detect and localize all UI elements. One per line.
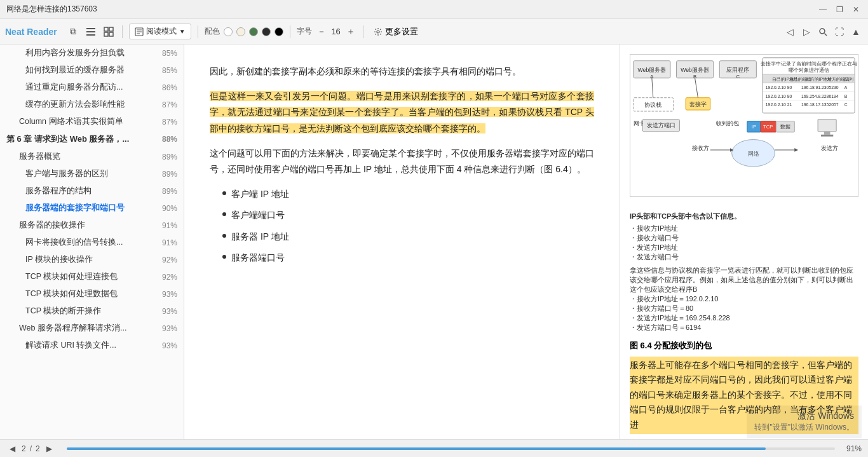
toc-item-6.1[interactable]: 服务器概览89%	[0, 148, 184, 165]
color-option-green[interactable]	[249, 27, 258, 36]
toc-pct-6.1.1: 89%	[162, 170, 177, 179]
toc-pct-6.1.3: 90%	[162, 204, 177, 213]
svg-text:80: 80	[787, 94, 792, 99]
toc-item-ch6[interactable]: 第 6 章 请求到达 Web 服务器，...88%	[0, 130, 184, 148]
windows-activation: 激活 Windows 转到"设置"以激活 Windows。	[747, 406, 862, 438]
toc-item-5.5.3[interactable]: 通过重定向服务器分配访...86%	[0, 79, 184, 96]
toc-item-6.2.2[interactable]: IP 模块的接收操作92%	[0, 251, 184, 268]
separator-4	[363, 25, 363, 38]
restore-button[interactable]: ❐	[834, 4, 845, 15]
svg-point-12	[820, 29, 825, 34]
toc-item-5.5.1[interactable]: 利用内容分发服务分担负载85%	[0, 44, 184, 62]
toc-item-6.1.1[interactable]: 客户端与服务器的区别89%	[0, 165, 184, 182]
titlebar: 网络是怎样连接的1357603 — ❐ ✕	[0, 0, 868, 19]
toc-item-6.2.5[interactable]: TCP 模块的断开操作93%	[0, 303, 184, 320]
toc-item-6.1.2[interactable]: 服务器程序的结构89%	[0, 182, 184, 200]
bullet-dot-1	[222, 191, 226, 195]
list-icon[interactable]	[84, 25, 98, 39]
svg-line-13	[825, 33, 827, 36]
bullet-1: 客户端 IP 地址	[231, 186, 289, 202]
search-icon[interactable]	[816, 25, 830, 39]
main-area: 利用内容分发服务分担负载85%如何找到最近的缓存服务器85%通过重定向服务器分配…	[0, 44, 868, 457]
color-option-black[interactable]	[275, 27, 283, 36]
page-sep: /	[30, 444, 32, 453]
svg-rect-71	[821, 135, 833, 137]
page-navigation: ◀ 2 / 2 ▶	[6, 443, 55, 454]
toc-item-5.5.2[interactable]: 如何找到最近的缓存服务器85%	[0, 62, 184, 79]
toc-pct-5.5.2: 85%	[162, 66, 177, 75]
progress-percent: 91%	[846, 444, 862, 453]
reading-mode-button[interactable]: 阅读模式 ▼	[129, 24, 191, 39]
prev-page-button[interactable]: ◀	[6, 443, 18, 454]
color-option-cream[interactable]	[236, 27, 245, 36]
collapse-icon[interactable]: ▲	[849, 25, 863, 39]
toc-pct-5.5.4: 87%	[162, 100, 177, 109]
svg-text:5230: 5230	[829, 85, 839, 90]
bullet-list: 客户端 IP 地址 客户端端口号 服务器 IP 地址 服务器端口号	[222, 186, 594, 266]
paragraph-2: 但是这样一来又会引发另一个问题。端口号是用来识别套接字的，如果一个端口号对应多个…	[210, 88, 594, 137]
toc-item-6.1.3[interactable]: 服务器端的套接字和端口号90%	[0, 200, 184, 217]
svg-text:应用程序: 应用程序	[726, 67, 749, 73]
svg-rect-69	[818, 119, 836, 132]
toc-item-6.3[interactable]: Web 服务器程序解释请求消...93%	[0, 320, 184, 337]
svg-text:196.18.91.230: 196.18.91.230	[801, 85, 829, 90]
toc-pct-6.2: 91%	[162, 221, 177, 230]
settings-button[interactable]: 更多设置	[370, 24, 422, 39]
toc-label-6.2.1: 网卡将接收到的信号转换...	[25, 237, 157, 248]
titlebar-title: 网络是怎样连接的1357603	[6, 4, 97, 15]
minimize-button[interactable]: —	[817, 4, 829, 15]
svg-text:192.0.2.10: 192.0.2.10	[766, 94, 786, 99]
settings-label: 更多设置	[385, 26, 418, 38]
svg-text:哪个对象进行通信: 哪个对象进行通信	[789, 67, 829, 73]
color-option-white[interactable]	[224, 27, 233, 36]
activate-line2: 转到"设置"以激活 Windows。	[754, 422, 854, 433]
grid-icon[interactable]	[102, 25, 116, 39]
nav-left-icon[interactable]: ◁	[783, 25, 797, 39]
svg-text:196.18.17.135: 196.18.17.135	[801, 102, 829, 107]
svg-text:C: C	[736, 74, 740, 79]
svg-text:2057: 2057	[829, 102, 839, 107]
next-page-button[interactable]: ▶	[44, 443, 55, 454]
diagram-top: Web服务器 A Web服务器 B 应用程序 C 套接字中记录了当前时间点哪个程…	[630, 54, 858, 199]
svg-text:发送方端口: 发送方端口	[647, 122, 675, 128]
svg-text:IP: IP	[752, 124, 756, 130]
titlebar-controls: — ❐ ✕	[817, 4, 862, 15]
fullscreen-icon[interactable]: ⛶	[832, 25, 846, 39]
toc-label-6.2.5: TCP 模块的断开操作	[25, 306, 157, 317]
toc-item-6.2[interactable]: 服务器的接收操作91%	[0, 217, 184, 234]
toc-item-6.2.3[interactable]: TCP 模块如何处理连接包92%	[0, 268, 184, 285]
app-title: Neat Reader	[5, 27, 57, 37]
font-size-control: － 16 ＋	[316, 26, 356, 38]
toc-item-col[interactable]: Column 网络术语其实很简单87%	[0, 113, 184, 130]
toc-item-6.3.1[interactable]: 解读请求 URI 转换文件...93%	[0, 337, 184, 354]
activate-line1: 激活 Windows	[754, 411, 854, 422]
svg-rect-0	[86, 28, 95, 29]
font-size-increase[interactable]: ＋	[345, 26, 356, 38]
nav-right-icon[interactable]: ▷	[799, 25, 813, 39]
toolbar: Neat Reader ⧉ 阅读模式 ▼ 配色 字号 － 16 ＋ 更多设置 ◁…	[0, 19, 868, 44]
toc-item-6.2.4[interactable]: TCP 模块如何处理数据包93%	[0, 285, 184, 303]
toc-item-6.2.1[interactable]: 网卡将接收到的信号转换...91%	[0, 234, 184, 251]
bullet-4: 服务器端口号	[231, 250, 285, 266]
toc-pct-6.2.4: 93%	[162, 290, 177, 299]
svg-point-11	[377, 31, 379, 33]
toc-pct-6.2.1: 91%	[162, 238, 177, 247]
close-button[interactable]: ✕	[850, 4, 862, 15]
font-size-decrease[interactable]: －	[316, 26, 327, 38]
svg-rect-1	[86, 31, 95, 32]
toc-label-ch6: 第 6 章 请求到达 Web 服务器，...	[6, 133, 157, 145]
fig-caption: 图 6.4 分配接收到的包	[630, 340, 858, 351]
toc-label-6.2.3: TCP 模块如何处理连接包	[25, 271, 157, 282]
paragraph-3: 这个问题可以用下面的方法来解决，即要确定某个套接字时，不仅使用服务器端套接字对应…	[210, 146, 594, 177]
svg-rect-70	[824, 132, 831, 135]
toc-item-5.5.4[interactable]: 缓存的更新方法会影响性能87%	[0, 96, 184, 113]
toc-label-6.2.4: TCP 模块如何处理数据包	[25, 289, 157, 299]
bullet-dot-2	[222, 212, 226, 216]
toc-label-6.3: Web 服务器程序解释请求消...	[19, 323, 157, 334]
copy-icon[interactable]: ⧉	[66, 25, 80, 39]
color-option-dark[interactable]	[262, 27, 271, 36]
toc-label-6.3.1: 解读请求 URI 转换文件...	[25, 340, 157, 351]
font-size-value: 16	[330, 27, 342, 36]
svg-text:Web服务器: Web服务器	[638, 67, 667, 73]
toc-pct-6.2.5: 93%	[162, 307, 177, 316]
